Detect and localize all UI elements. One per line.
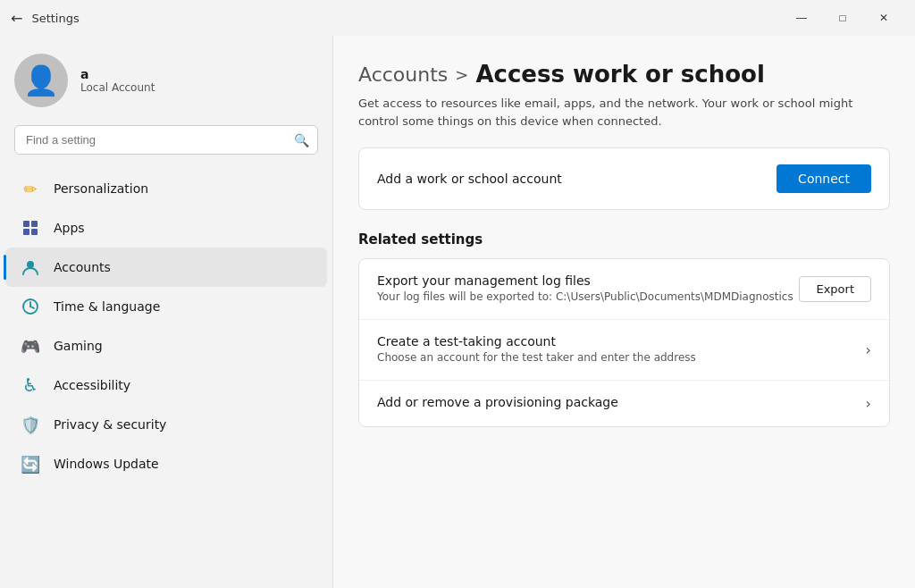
related-settings-card: Export your management log files Your lo…	[358, 258, 890, 427]
export-logs-row[interactable]: Export your management log files Your lo…	[359, 259, 889, 320]
export-action: Export	[799, 276, 871, 302]
sidebar-item-accessibility-label: Accessibility	[54, 378, 130, 392]
test-account-desc: Choose an account for the test taker and…	[377, 350, 866, 365]
breadcrumb: Accounts > Access work or school	[358, 61, 890, 88]
titlebar: ← Settings — □ ✕	[0, 0, 915, 36]
test-account-chevron: ›	[866, 341, 871, 358]
search-box: 🔍	[14, 125, 318, 155]
sidebar-item-apps[interactable]: Apps	[5, 208, 327, 248]
user-profile[interactable]: 👤 a Local Account	[0, 36, 332, 125]
test-account-row[interactable]: Create a test-taking account Choose an a…	[359, 320, 889, 381]
search-icon: 🔍	[294, 133, 309, 147]
breadcrumb-separator: >	[455, 65, 468, 84]
connect-label: Add a work or school account	[377, 172, 562, 186]
update-icon: 🔄	[20, 453, 41, 475]
personalization-icon: ✏️	[20, 178, 41, 199]
maximize-button[interactable]: □	[822, 4, 863, 32]
export-logs-title: Export your management log files	[377, 273, 799, 288]
app-body: 👤 a Local Account 🔍 ✏️ Personalization	[0, 36, 915, 588]
provisioning-chevron: ›	[866, 395, 871, 412]
related-settings-title: Related settings	[358, 231, 890, 248]
sidebar-item-apps-label: Apps	[54, 221, 85, 235]
connect-button[interactable]: Connect	[776, 164, 871, 193]
sidebar-item-accessibility[interactable]: ♿ Accessibility	[5, 365, 327, 405]
sidebar-item-accounts-label: Accounts	[54, 260, 111, 274]
export-logs-content: Export your management log files Your lo…	[377, 273, 799, 305]
privacy-icon: 🛡️	[20, 414, 41, 435]
svg-line-7	[30, 307, 34, 308]
minimize-button[interactable]: —	[781, 4, 822, 32]
test-account-title: Create a test-taking account	[377, 334, 866, 349]
user-avatar-icon: 👤	[23, 66, 59, 95]
app-title: Settings	[31, 12, 781, 25]
apps-icon	[20, 217, 41, 239]
back-button[interactable]: ←	[11, 10, 22, 27]
search-input[interactable]	[14, 125, 318, 155]
chevron-right-icon: ›	[866, 341, 871, 358]
svg-point-4	[27, 261, 34, 268]
sidebar-item-personalization[interactable]: ✏️ Personalization	[5, 169, 327, 208]
breadcrumb-parent[interactable]: Accounts	[358, 63, 448, 86]
page-description: Get access to resources like email, apps…	[358, 95, 859, 130]
close-button[interactable]: ✕	[863, 4, 904, 32]
user-name: a	[80, 67, 155, 81]
sidebar-item-update[interactable]: 🔄 Windows Update	[5, 444, 327, 483]
avatar: 👤	[14, 54, 68, 107]
accounts-icon	[20, 256, 41, 278]
sidebar-item-accounts[interactable]: Accounts	[5, 248, 327, 287]
sidebar-item-time-label: Time & language	[54, 299, 160, 314]
sidebar-item-privacy[interactable]: 🛡️ Privacy & security	[5, 405, 327, 444]
sidebar-item-privacy-label: Privacy & security	[54, 417, 166, 432]
export-button[interactable]: Export	[799, 276, 871, 302]
nav: ✏️ Personalization Apps	[0, 169, 332, 483]
provisioning-row[interactable]: Add or remove a provisioning package ›	[359, 381, 889, 426]
provisioning-title: Add or remove a provisioning package	[377, 395, 866, 409]
export-logs-desc: Your log files will be exported to: C:\U…	[377, 290, 799, 305]
accessibility-icon: ♿	[20, 374, 41, 396]
connect-card: Add a work or school account Connect	[358, 147, 890, 210]
page-title: Access work or school	[475, 61, 764, 88]
sidebar-item-personalization-label: Personalization	[54, 181, 148, 196]
time-icon	[20, 296, 41, 317]
sidebar-item-gaming[interactable]: 🎮 Gaming	[5, 326, 327, 365]
svg-rect-0	[23, 221, 29, 227]
window-controls: — □ ✕	[781, 4, 904, 32]
svg-rect-2	[23, 229, 29, 235]
sidebar-item-gaming-label: Gaming	[54, 339, 103, 353]
content-area: Accounts > Access work or school Get acc…	[332, 36, 915, 588]
svg-rect-3	[31, 229, 38, 235]
provisioning-chevron-icon: ›	[866, 395, 871, 412]
svg-rect-1	[31, 221, 38, 227]
test-account-content: Create a test-taking account Choose an a…	[377, 334, 866, 365]
provisioning-content: Add or remove a provisioning package	[377, 395, 866, 411]
sidebar: 👤 a Local Account 🔍 ✏️ Personalization	[0, 36, 332, 588]
user-info: a Local Account	[80, 67, 155, 94]
sidebar-item-update-label: Windows Update	[54, 457, 159, 471]
gaming-icon: 🎮	[20, 335, 41, 357]
user-type: Local Account	[80, 81, 155, 94]
sidebar-item-time[interactable]: Time & language	[5, 287, 327, 326]
